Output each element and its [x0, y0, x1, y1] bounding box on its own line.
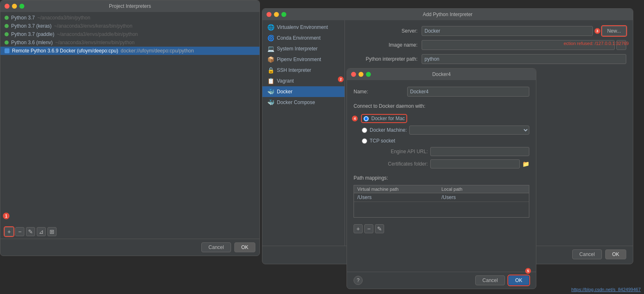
- add-path-button[interactable]: +: [354, 224, 363, 233]
- item-label: Python 3.7 (paddle): [11, 31, 54, 37]
- path-table-header: Virtual machine path Local path: [354, 185, 529, 193]
- status-dot: [5, 16, 9, 20]
- docker4-body: Name: Connect to Docker daemon with: 4 D…: [347, 80, 536, 242]
- close-btn[interactable]: [5, 4, 9, 9]
- item-label: Python 3.7: [11, 15, 35, 21]
- close-btn[interactable]: [267, 12, 271, 17]
- step5-badge: 5: [525, 268, 531, 274]
- certificates-row: Certificates folder: 📁: [354, 158, 529, 170]
- list-item[interactable]: Python 3.7 ~/anaconda3/bin/python: [0, 14, 259, 22]
- path-mappings-section: Path mappings: Virtual machine path Loca…: [354, 175, 529, 218]
- add-interp-title: Add Python Interpreter: [423, 12, 473, 17]
- docker4-toolbar: + − ✎: [354, 223, 529, 235]
- ok-button[interactable]: OK: [234, 242, 255, 252]
- filter-button[interactable]: ⊿: [37, 227, 46, 236]
- bottom-bar: https://blog.csdn.net/s_842499467: [0, 285, 644, 294]
- remove-interpreter-button[interactable]: −: [15, 227, 24, 236]
- docker-icon: 🐳: [267, 88, 274, 95]
- close-btn[interactable]: [351, 72, 356, 77]
- docker-machine-label: Docker Machine:: [370, 127, 407, 133]
- sidebar-label: Vagrant: [277, 78, 294, 84]
- sidebar-item-docker-compose[interactable]: 🐳 Docker Compose: [262, 97, 344, 108]
- image-name-label: Image name:: [351, 42, 418, 48]
- cancel-button[interactable]: Cancel: [201, 242, 231, 252]
- sidebar-item-conda[interactable]: 🌀 Conda Environment: [262, 33, 344, 43]
- remote-icon: [5, 48, 9, 53]
- local-path-value: /Users: [441, 194, 526, 200]
- proj-footer: + − ✎ ⊿ ⊞ Cancel OK: [0, 225, 259, 256]
- cancel-button[interactable]: Cancel: [475, 275, 505, 285]
- certificates-label: Certificates folder:: [370, 161, 428, 167]
- docker-machine-row: Docker Machine:: [354, 124, 529, 136]
- item-detail: ~/anaconda3/envs/keras/bin/python: [54, 23, 132, 29]
- docker4-title: Docker4: [432, 71, 451, 77]
- docker-for-mac-option[interactable]: 4 Docker for Mac: [362, 115, 406, 122]
- path-table-body: /Users /Users: [354, 193, 529, 218]
- python-path-input[interactable]: [422, 54, 626, 64]
- sidebar-item-system[interactable]: 💻 System Interpreter: [262, 43, 344, 54]
- sidebar-item-docker[interactable]: 🐳 Docker: [262, 86, 344, 97]
- server-dropdown[interactable]: Docker: [422, 26, 593, 36]
- docker4-titlebar: Docker4: [347, 69, 536, 80]
- item-detail: ~/anaconda3/bin/python: [37, 15, 90, 21]
- sidebar-item-ssh[interactable]: 🔒 SSH Interpreter: [262, 65, 344, 76]
- certificates-input[interactable]: [430, 159, 520, 168]
- python-path-label: Python interpreter path:: [351, 56, 418, 62]
- tcp-socket-radio[interactable]: [362, 138, 367, 144]
- docker4-name-row: Name:: [354, 87, 529, 97]
- sidebar-item-pipenv[interactable]: 📦 Pipenv Environment: [262, 54, 344, 65]
- sidebar-item-virtualenv[interactable]: 🌐 Virtualenv Environment: [262, 22, 344, 33]
- ssh-icon: 🔒: [267, 67, 274, 74]
- item-label: Remote Python 3.6.9 Docker (ufoym/deepo:…: [12, 48, 118, 54]
- docker-for-mac-radio[interactable]: [363, 116, 369, 121]
- docker-machine-radio[interactable]: [362, 128, 367, 133]
- minimize-btn[interactable]: [359, 72, 363, 77]
- list-item-selected[interactable]: Remote Python 3.6.9 Docker (ufoym/deepo:…: [0, 47, 259, 55]
- maximize-btn[interactable]: [281, 12, 286, 17]
- list-item[interactable]: Python 3.7 (paddle) ~/anaconda3/envs/pad…: [0, 30, 259, 38]
- new-server-button[interactable]: New...: [602, 26, 626, 36]
- maximize-btn[interactable]: [19, 4, 24, 9]
- add-interpreter-button[interactable]: +: [5, 227, 14, 236]
- edit-interpreter-button[interactable]: ✎: [26, 227, 35, 236]
- col-vm-path: Virtual machine path: [357, 187, 441, 192]
- maximize-btn[interactable]: [366, 72, 371, 77]
- python-path-row: Python interpreter path:: [351, 54, 626, 64]
- list-item[interactable]: Python 3.7 (keras) ~/anaconda3/envs/kera…: [0, 22, 259, 30]
- sidebar-label: Docker: [277, 89, 293, 95]
- docker-compose-icon: 🐳: [267, 99, 274, 106]
- bottom-link[interactable]: https://blog.csdn.net/s_842499467: [571, 287, 641, 292]
- connect-section: Connect to Docker daemon with: 4 Docker …: [354, 103, 529, 170]
- virtualenv-icon: 🌐: [267, 24, 274, 31]
- minimize-btn[interactable]: [274, 12, 279, 17]
- interpreter-type-sidebar: 🌐 Virtualenv Environment 🌀 Conda Environ…: [262, 20, 345, 246]
- sidebar-item-vagrant[interactable]: 📋 Vagrant 2: [262, 76, 344, 86]
- ok-button[interactable]: OK: [508, 275, 529, 285]
- remove-path-button[interactable]: −: [364, 224, 373, 233]
- name-input[interactable]: [407, 87, 529, 97]
- minimize-btn[interactable]: [12, 4, 17, 9]
- list-item[interactable]: Python 3.6 (mlenv) ~/anaconda3/envs/mlen…: [0, 38, 259, 47]
- step2-badge: 2: [338, 76, 344, 82]
- tcp-socket-label: TCP socket: [370, 138, 395, 144]
- help-button[interactable]: ?: [354, 276, 363, 285]
- folder-icon[interactable]: 📁: [522, 161, 529, 167]
- col-local-path: Local path: [441, 187, 526, 192]
- engine-api-row: Engine API URL:: [354, 145, 529, 158]
- project-interpreters-window: Project Interpreters Python 3.7 ~/anacon…: [0, 0, 260, 256]
- step1-badge: 1: [3, 213, 9, 219]
- error-message: ection refused: /127.0.0.1:32769: [564, 41, 629, 46]
- status-dot: [5, 32, 9, 36]
- cancel-button[interactable]: Cancel: [572, 249, 602, 259]
- docker4-footer: ? Cancel 5 OK: [347, 272, 536, 289]
- step3-badge: 3: [594, 28, 600, 34]
- docker-machine-dropdown[interactable]: [409, 126, 529, 135]
- sidebar-label: System Interpreter: [277, 46, 318, 52]
- ok-button[interactable]: OK: [605, 249, 626, 259]
- tree-button[interactable]: ⊞: [47, 227, 57, 236]
- item-label: Python 3.7 (keras): [11, 23, 52, 29]
- engine-api-input[interactable]: [430, 147, 529, 156]
- traffic-lights: [267, 12, 286, 17]
- edit-path-button[interactable]: ✎: [375, 224, 384, 233]
- name-label: Name:: [354, 89, 403, 95]
